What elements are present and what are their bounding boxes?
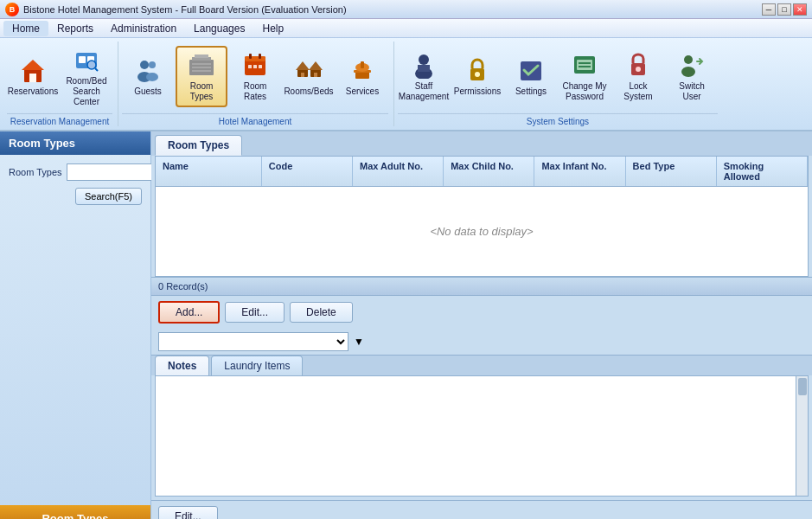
svg-rect-4 (79, 56, 86, 63)
menu-reports[interactable]: Reports (48, 21, 102, 36)
reservations-label: Reservations (8, 86, 58, 97)
th-smoking: Smoking Allowed (717, 157, 808, 186)
svg-point-9 (149, 61, 156, 68)
tab-notes[interactable]: Notes (155, 356, 209, 375)
toolbar-btn-roomsbeds[interactable]: Rooms/Beds (283, 51, 335, 103)
title-bar-left: B Bistone Hotel Management System - Full… (5, 3, 347, 16)
svg-rect-37 (418, 65, 430, 72)
svg-point-35 (419, 54, 429, 65)
window-title: Bistone Hotel Management System - Full B… (23, 4, 347, 15)
guests-label: Guests (134, 86, 162, 97)
th-bedtype: Bed Type (626, 157, 717, 186)
sidebar-form: Room Types Search(F5) (0, 155, 150, 214)
th-code: Code (262, 157, 353, 186)
staff-icon (410, 51, 438, 79)
svg-point-47 (684, 55, 693, 64)
toolbar-btn-changepass[interactable]: Change MyPassword (559, 47, 611, 106)
notes-inner (156, 376, 808, 496)
th-maxchild: Max Child No. (444, 157, 534, 186)
roomtypes-icon (188, 51, 215, 79)
dropdown-bar: ▼ (151, 329, 812, 355)
th-name: Name (156, 157, 262, 186)
roomsbeds-icon (295, 56, 323, 84)
tab-laundry[interactable]: Laundry Items (211, 356, 303, 375)
th-maxadult: Max Adult No. (353, 157, 444, 186)
toolbar-buttons-reservation: Reservations Room/BedSearch Center (7, 42, 112, 112)
notes-scrollbar[interactable] (796, 376, 808, 496)
maximize-button[interactable]: □ (777, 3, 791, 16)
toolbar-btn-roomtypes[interactable]: RoomTypes (176, 46, 227, 107)
add-button[interactable]: Add... (158, 301, 220, 324)
toolbar-btn-switchuser[interactable]: SwitchUser (666, 47, 718, 106)
bottom-tab-strip: Notes Laundry Items (151, 355, 812, 375)
toolbar-btn-staff[interactable]: StaffManagement (398, 47, 450, 106)
edit-button[interactable]: Edit... (225, 302, 285, 323)
scrollbar-thumb (798, 378, 807, 395)
title-bar: B Bistone Hotel Management System - Full… (0, 0, 812, 19)
filter-dropdown[interactable] (158, 332, 348, 351)
bottom-edit-button[interactable]: Edit... (158, 506, 218, 519)
content-panel: Room Types Name Code Max Adult No. Max C… (151, 131, 812, 519)
svg-rect-22 (248, 65, 252, 68)
switchuser-icon (678, 51, 706, 79)
svg-rect-43 (579, 62, 591, 64)
toolbar-btn-permissions[interactable]: Permissions (451, 51, 503, 103)
toolbar-btn-services[interactable]: Services (336, 51, 388, 103)
toolbar-btn-settings[interactable]: Settings (505, 51, 557, 103)
menu-administration[interactable]: Administration (102, 21, 185, 36)
svg-rect-44 (579, 66, 591, 67)
toolbar-group-label-hotel: Hotel Management (122, 113, 388, 126)
toolbar-buttons-system: StaffManagement Permissions (398, 42, 718, 112)
svg-rect-19 (245, 56, 265, 61)
toolbar-btn-locksys[interactable]: LockSystem (612, 47, 664, 106)
roomtypes-label: RoomTypes (190, 81, 214, 102)
delete-button[interactable]: Delete (290, 302, 353, 323)
menu-languages[interactable]: Languages (185, 21, 253, 36)
svg-point-6 (87, 61, 96, 69)
permissions-label: Permissions (454, 86, 501, 97)
sidebar-roomtype-field: Room Types (9, 163, 142, 181)
notes-content[interactable] (156, 376, 796, 496)
svg-rect-31 (355, 72, 369, 79)
roomrates-icon (241, 51, 269, 79)
svg-point-46 (636, 67, 641, 72)
table-container: Name Code Max Adult No. Max Child No. Ma… (155, 156, 809, 277)
toolbar-buttons-hotel: Guests RoomTypes (122, 42, 388, 112)
svg-marker-26 (296, 61, 310, 70)
svg-rect-21 (259, 54, 261, 59)
close-button[interactable]: ✕ (793, 3, 807, 16)
table-body: <No data to display> (156, 187, 808, 276)
notes-area (155, 375, 809, 497)
svg-rect-16 (192, 67, 211, 68)
svg-rect-2 (29, 74, 36, 82)
toolbar-btn-roomrates[interactable]: RoomRates (229, 47, 281, 106)
svg-marker-28 (309, 61, 323, 70)
sidebar-bottom-label: Room Types (0, 505, 150, 519)
toolbar: Reservations Room/BedSearch Center Reser… (0, 38, 812, 131)
toolbar-btn-roombed[interactable]: Room/BedSearch Center (61, 42, 112, 112)
sidebar-roomtype-label: Room Types (9, 167, 62, 177)
minimize-button[interactable]: ─ (762, 3, 776, 16)
permissions-icon (464, 56, 491, 84)
menu-home[interactable]: Home (3, 21, 48, 36)
toolbar-btn-guests[interactable]: Guests (122, 51, 174, 103)
roombed-label: Room/BedSearch Center (63, 76, 110, 107)
svg-rect-17 (192, 70, 211, 72)
title-bar-controls: ─ □ ✕ (762, 3, 807, 16)
svg-rect-24 (259, 65, 262, 68)
menu-help[interactable]: Help (253, 21, 292, 36)
settings-icon (517, 56, 545, 84)
menu-bar: Home Reports Administration Languages He… (0, 19, 812, 38)
toolbar-group-reservation: Reservations Room/BedSearch Center Reser… (5, 42, 118, 126)
toolbar-btn-reservations[interactable]: Reservations (7, 51, 59, 103)
svg-rect-29 (301, 73, 304, 77)
reservations-icon (19, 56, 47, 84)
toolbar-group-system: StaffManagement Permissions (396, 42, 723, 126)
th-maxinfant: Max Infant No. (534, 157, 625, 186)
guests-icon (134, 56, 162, 84)
main-content: Room Types Room Types Search(F5) Room Ty… (0, 131, 812, 519)
search-button[interactable]: Search(F5) (75, 188, 142, 205)
services-label: Services (346, 86, 379, 97)
staff-label: StaffManagement (399, 81, 449, 102)
tab-roomtypes[interactable]: Room Types (155, 135, 242, 156)
